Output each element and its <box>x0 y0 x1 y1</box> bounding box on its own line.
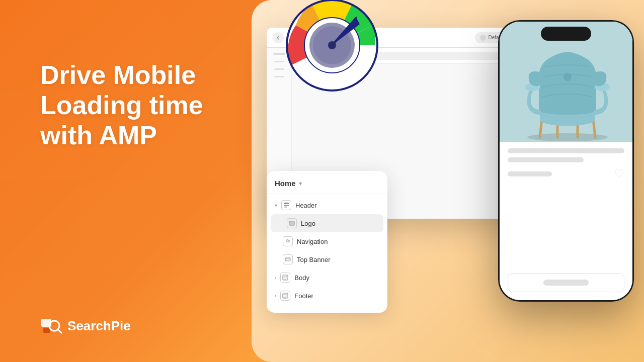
headline-line2: Loading time <box>40 90 203 120</box>
left-content: Drive Mobile Loading time with AMP <box>40 60 203 150</box>
svg-rect-16 <box>284 207 287 208</box>
phone-subtitle-bar <box>508 157 584 162</box>
heart-icon[interactable]: ♡ <box>614 167 624 180</box>
tree-panel: Home ▾ ▾ Header Logo Navigation <box>267 171 387 313</box>
svg-rect-24 <box>283 279 286 280</box>
banner-tree-icon <box>283 254 293 264</box>
nav-tree-icon <box>283 236 293 246</box>
searchpie-logo-icon <box>40 315 62 337</box>
tree-row-header[interactable]: ▾ Header <box>267 194 387 214</box>
svg-rect-1 <box>43 328 50 333</box>
svg-rect-27 <box>283 296 287 297</box>
svg-rect-26 <box>283 294 287 295</box>
phone-price-bar <box>508 171 552 176</box>
body-label: Body <box>294 274 309 282</box>
tree-title-chevron: ▾ <box>299 180 302 187</box>
svg-rect-19 <box>285 258 290 261</box>
svg-rect-22 <box>283 276 287 277</box>
phone-title-bar <box>508 148 624 153</box>
svg-line-3 <box>58 329 61 333</box>
phone-info: ♡ <box>500 142 632 269</box>
right-panel: Default ▾ Default product ▾ <box>252 0 644 362</box>
headline-line1: Drive Mobile <box>40 60 196 89</box>
header-label: Header <box>295 202 317 209</box>
phone-action-row: ♡ <box>508 167 624 180</box>
tree-row-footer[interactable]: › Footer <box>267 287 387 305</box>
svg-rect-14 <box>284 203 289 204</box>
top-banner-label: Top Banner <box>297 256 331 263</box>
tree-row-logo[interactable]: Logo <box>271 214 383 232</box>
globe-icon <box>480 35 486 41</box>
gauge-svg <box>282 0 382 96</box>
phone-btn-area <box>500 269 632 300</box>
brand-name: SearchPie <box>67 318 131 334</box>
body-tree-icon <box>280 273 290 283</box>
speed-gauge <box>282 0 382 96</box>
phone-cta-button[interactable] <box>508 273 624 292</box>
svg-rect-23 <box>283 278 287 279</box>
phone-inner: ♡ <box>500 22 632 300</box>
footer-label: Footer <box>294 292 313 300</box>
svg-rect-18 <box>290 222 294 225</box>
footer-chevron-icon: › <box>275 293 276 299</box>
tree-row-top-banner[interactable]: Top Banner <box>267 250 387 268</box>
logo-label: Logo <box>301 220 315 227</box>
body-chevron-icon: › <box>275 275 276 281</box>
tree-header: Home ▾ <box>267 179 387 194</box>
headline: Drive Mobile Loading time with AMP <box>40 60 203 150</box>
phone-notch <box>541 27 591 41</box>
phone-btn-label <box>543 280 589 286</box>
tree-title: Home <box>275 179 296 188</box>
phone-screen: ♡ <box>500 22 632 300</box>
tree-row-body[interactable]: › Body <box>267 268 387 287</box>
phone-mockup: ♡ <box>498 20 634 302</box>
footer-tree-icon <box>280 291 290 301</box>
svg-rect-15 <box>284 205 289 206</box>
brand-logo: SearchPie <box>40 315 131 337</box>
header-chevron-icon: ▾ <box>275 203 277 208</box>
logo-tree-icon <box>287 218 297 228</box>
svg-rect-28 <box>283 297 286 298</box>
tree-row-navigation[interactable]: Navigation <box>267 232 387 250</box>
header-icon <box>281 200 291 210</box>
headline-line3: with AMP <box>40 121 157 150</box>
navigation-label: Navigation <box>297 238 328 245</box>
svg-point-38 <box>564 73 572 81</box>
